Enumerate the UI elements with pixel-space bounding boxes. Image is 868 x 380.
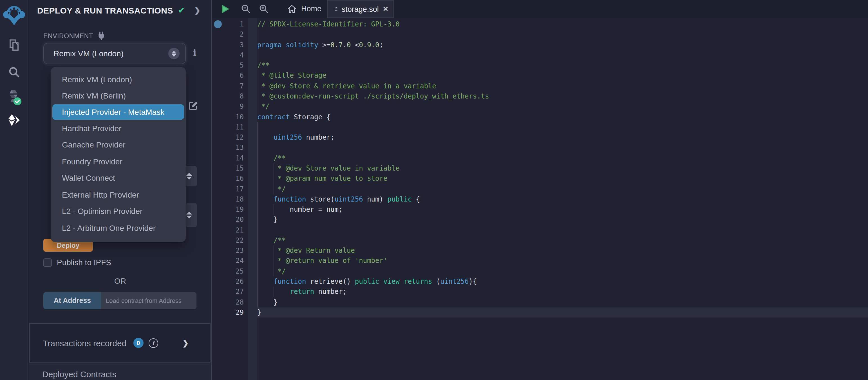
dropdown-item[interactable]: External Http Provider [51, 186, 186, 203]
tab-storage-sol[interactable]: storage.sol ✕ [327, 0, 394, 18]
solidity-file-icon [335, 5, 338, 13]
code-line[interactable]: 17 */ [212, 184, 868, 194]
dropdown-item[interactable]: Wallet Connect [51, 170, 186, 186]
line-number: 23 [212, 246, 257, 256]
line-number: 18 [212, 194, 257, 204]
code-line[interactable]: 8 * @custom:dev-run-script ./scripts/dep… [212, 91, 868, 102]
at-address-input[interactable] [101, 292, 196, 309]
code-line[interactable]: 10contract Storage { [212, 112, 868, 122]
tab-home[interactable]: Home [283, 0, 326, 18]
line-number: 16 [212, 173, 257, 184]
line-number: 14 [212, 153, 257, 163]
line-decoration-dot[interactable] [214, 20, 222, 28]
code-line[interactable]: 3pragma solidity >=0.7.0 <0.9.0; [212, 40, 868, 50]
close-tab-icon[interactable]: ✕ [383, 5, 389, 13]
code-line[interactable]: 19 number = num; [212, 204, 868, 215]
code-line[interactable]: 12 uint256 number; [212, 132, 868, 143]
code-text: * @title Storage [257, 71, 868, 81]
code-line[interactable]: 1// SPDX-License-Identifier: GPL-3.0 [212, 19, 868, 30]
collapse-chevron-icon[interactable]: ❯ [194, 6, 200, 14]
code-text [257, 30, 868, 40]
code-text: */ [257, 102, 868, 112]
code-line[interactable]: 21 [212, 225, 868, 235]
code-line[interactable]: 5/** [212, 60, 868, 71]
or-separator: OR [29, 277, 212, 285]
line-number: 12 [212, 132, 257, 143]
code-line[interactable]: 4 [212, 50, 868, 61]
code-text: return number; [257, 287, 868, 297]
publish-ipfs-checkbox[interactable] [43, 258, 52, 266]
transactions-info-icon[interactable]: i [148, 338, 158, 348]
code-text: * @return value of 'number' [257, 256, 868, 266]
editor-tabbar: Home storage.sol ✕ [212, 0, 868, 18]
code-line[interactable]: 6 * @title Storage [212, 71, 868, 81]
dropdown-item[interactable]: Remix VM (Berlin) [51, 88, 186, 104]
environment-selected-value: Remix VM (London) [54, 49, 168, 58]
dropdown-item[interactable]: L2 - Optimism Provider [51, 203, 186, 220]
code-line[interactable]: 9 */ [212, 102, 868, 112]
deploy-and-run-icon[interactable] [0, 113, 28, 128]
tab-home-label: Home [301, 4, 321, 13]
dropdown-item[interactable]: Hardhat Provider [51, 120, 186, 136]
line-number: 3 [212, 40, 257, 50]
code-line[interactable]: 26 function retrieve() public view retur… [212, 277, 868, 287]
code-text [257, 143, 868, 153]
dropdown-item[interactable]: Ganache Provider [51, 136, 186, 153]
remix-ide-window: DEPLOY & RUN TRANSACTIONS ✔ ❯ ENVIRONMEN… [0, 0, 868, 380]
code-text: contract Storage { [257, 112, 868, 122]
code-line[interactable]: 28 } [212, 297, 868, 307]
code-editor[interactable]: 1// SPDX-License-Identifier: GPL-3.023pr… [212, 18, 868, 380]
solidity-compiler-icon[interactable] [0, 89, 28, 106]
code-line[interactable]: 23 * @dev Return value [212, 246, 868, 256]
code-line[interactable]: 11 [212, 122, 868, 133]
code-line[interactable]: 2 [212, 30, 868, 40]
code-line[interactable]: 29} [212, 307, 868, 318]
zoom-out-button[interactable] [239, 4, 252, 13]
line-number: 21 [212, 225, 257, 235]
dropdown-item[interactable]: Foundry Provider [51, 153, 186, 170]
code-text: * @dev Return value [257, 246, 868, 256]
edit-environment-icon[interactable] [189, 101, 198, 110]
code-line[interactable]: 15 * @dev Store value in variable [212, 163, 868, 174]
code-line[interactable]: 13 [212, 143, 868, 153]
line-number: 27 [212, 287, 257, 297]
transactions-count-badge: 0 [133, 338, 143, 348]
file-explorer-icon[interactable] [0, 37, 28, 53]
transactions-expand-chevron-icon[interactable]: ❯ [182, 339, 189, 347]
code-text: * @custom:dev-run-script ./scripts/deplo… [257, 91, 868, 102]
code-text [257, 50, 868, 61]
code-line[interactable]: 14 /** [212, 153, 868, 163]
tab-storage-sol-label: storage.sol [342, 5, 379, 13]
at-address-button[interactable]: At Address [43, 292, 101, 309]
code-line[interactable]: 18 function store(uint256 num) public { [212, 194, 868, 204]
run-script-play-button[interactable] [218, 4, 232, 14]
code-line[interactable]: 24 * @return value of 'number' [212, 256, 868, 266]
code-text: function retrieve() public view returns … [257, 277, 868, 287]
dropdown-item[interactable]: L2 - Arbitrum One Provider [51, 220, 186, 236]
code-line[interactable]: 27 return number; [212, 287, 868, 297]
code-line[interactable]: 22 /** [212, 235, 868, 246]
code-text: pragma solidity >=0.7.0 <0.9.0; [257, 40, 868, 50]
line-number: 25 [212, 266, 257, 277]
code-line[interactable]: 7 * @dev Store & retrieve value in a var… [212, 81, 868, 91]
environment-dropdown-menu: Remix VM (London)Remix VM (Berlin)Inject… [51, 67, 186, 242]
remix-logo-icon[interactable] [0, 3, 28, 27]
deploy-run-panel: DEPLOY & RUN TRANSACTIONS ✔ ❯ ENVIRONMEN… [29, 0, 212, 380]
environment-info-icon[interactable]: i [193, 48, 196, 58]
code-line[interactable]: 25 */ [212, 266, 868, 277]
code-line[interactable]: 16 * @param num value to store [212, 173, 868, 184]
dropdown-item[interactable]: Remix VM (London) [51, 71, 186, 88]
code-text: } [257, 215, 868, 225]
plugin-icon-sidebar [0, 0, 28, 380]
code-line[interactable]: 20 } [212, 215, 868, 225]
line-number: 7 [212, 81, 257, 91]
dropdown-item[interactable]: Injected Provider - MetaMask [52, 104, 184, 120]
line-number: 15 [212, 163, 257, 174]
line-number: 5 [212, 60, 257, 71]
zoom-in-button[interactable] [257, 4, 270, 13]
code-text: function store(uint256 num) public { [257, 194, 868, 204]
search-icon[interactable] [0, 64, 28, 80]
environment-select[interactable]: Remix VM (London) [43, 43, 186, 64]
code-text: } [257, 307, 868, 318]
line-number: 19 [212, 204, 257, 215]
